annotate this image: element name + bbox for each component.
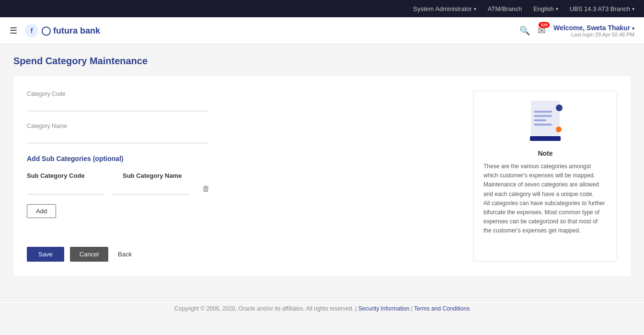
terms-link[interactable]: Terms and Conditions: [414, 305, 470, 312]
category-name-field: Category Name: [27, 123, 460, 143]
sub-category-name-input[interactable]: [113, 183, 190, 195]
back-button[interactable]: Back: [114, 247, 136, 262]
hamburger-menu[interactable]: ☰: [10, 25, 17, 36]
note-title: Note: [483, 150, 607, 157]
language-chevron: ▾: [556, 6, 558, 12]
note-text: These are the various categories amongst…: [483, 162, 607, 236]
footer-copyright: Copyright © 2006, 2020, Oracle and/or it…: [174, 305, 358, 312]
category-code-field: Category Code: [27, 91, 460, 111]
user-name: Welcome, Sweta Thakur ▾: [553, 24, 634, 32]
save-button[interactable]: Save: [27, 247, 64, 262]
cancel-button[interactable]: Cancel: [70, 247, 108, 262]
form-section: Category Code Category Name Add Sub Cate…: [27, 91, 460, 262]
note-illustration: [483, 101, 607, 144]
language-label: English: [533, 5, 554, 12]
user-menu-chevron: ▾: [632, 26, 634, 31]
language-menu[interactable]: English ▾: [533, 5, 558, 12]
user-menu[interactable]: Welcome, Sweta Thakur ▾ Last login 29 Ap…: [553, 24, 634, 37]
trash-icon: 🗑: [202, 185, 210, 193]
footer: Copyright © 2006, 2020, Oracle and/or it…: [0, 297, 644, 320]
logo-text: ◯ futura bank: [41, 25, 100, 36]
footer-separator: |: [410, 305, 414, 312]
branch-menu[interactable]: UBS 14.3 AT3 Branch ▾: [570, 5, 634, 12]
table-row: 🗑: [27, 183, 460, 195]
logo: f ◯ futura bank: [25, 24, 100, 37]
security-link[interactable]: Security Information: [358, 305, 410, 312]
system-admin-menu[interactable]: System Administrator ▾: [413, 5, 476, 12]
add-button[interactable]: Add: [27, 204, 56, 218]
sub-cat-headers: Sub Category Code Sub Category Name: [27, 172, 460, 179]
category-code-input[interactable]: [27, 99, 209, 111]
sub-categories-table: Sub Category Code Sub Category Name 🗑: [27, 172, 460, 195]
note-panel: Note These are the various categories am…: [473, 91, 617, 262]
atm-branch-label: ATM/Branch: [488, 5, 522, 12]
last-login: Last login 29 Apr 02:46 PM: [553, 32, 634, 37]
category-name-label: Category Name: [27, 123, 460, 129]
category-name-input[interactable]: [27, 131, 209, 143]
top-bar: System Administrator ▾ ATM/Branch Englis…: [0, 0, 644, 17]
header: ☰ f ◯ futura bank 🔍 ✉ 329 Welcome, Sweta…: [0, 17, 644, 44]
logo-icon: f: [25, 24, 38, 37]
notification-bell[interactable]: ✉ 329: [538, 25, 546, 36]
page-title: Spend Category Maintenance: [13, 56, 631, 67]
sub-category-code-input[interactable]: [27, 183, 104, 195]
search-icon[interactable]: 🔍: [519, 25, 530, 36]
branch-label: UBS 14.3 AT3 Branch: [570, 5, 630, 12]
action-buttons: Save Cancel Back: [27, 247, 460, 262]
atm-branch-link[interactable]: ATM/Branch: [488, 5, 522, 12]
category-code-label: Category Code: [27, 91, 460, 97]
delete-row-button[interactable]: 🗑: [199, 184, 213, 194]
system-admin-label: System Administrator: [413, 5, 472, 12]
sub-category-name-header: Sub Category Name: [123, 172, 218, 179]
branch-chevron: ▾: [632, 6, 634, 12]
header-left: ☰ f ◯ futura bank: [10, 24, 100, 37]
sub-category-code-header: Sub Category Code: [27, 172, 123, 179]
main-card: Category Code Category Name Add Sub Cate…: [13, 76, 631, 276]
system-admin-chevron: ▾: [474, 6, 476, 12]
page-content: Spend Category Maintenance Category Code…: [0, 44, 644, 288]
notification-count: 329: [539, 22, 550, 28]
note-graphic: [526, 101, 564, 144]
header-right: 🔍 ✉ 329 Welcome, Sweta Thakur ▾ Last log…: [519, 24, 634, 37]
sub-categories-title: Add Sub Categories (optional): [27, 155, 460, 162]
